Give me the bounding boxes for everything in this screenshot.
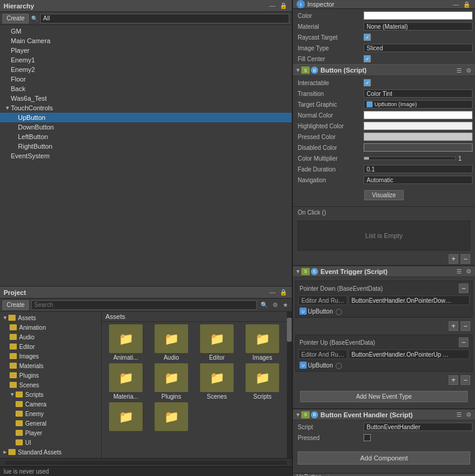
file-cell-audio[interactable]: 📁 Audio: [150, 324, 193, 361]
pointer-up-remove-button[interactable]: −: [459, 338, 468, 347]
file-cell-plugins[interactable]: 📁 Plugins: [150, 363, 193, 400]
interactable-checkbox[interactable]: ✓: [364, 79, 371, 86]
hierarchy-item-downbutton[interactable]: DownButton: [0, 122, 292, 132]
folder-item-player[interactable]: Player: [0, 428, 101, 438]
project-star-icon[interactable]: ★: [282, 301, 289, 309]
hierarchy-item-enemy1[interactable]: Enemy1: [0, 55, 292, 65]
raycast-target-checkbox[interactable]: ✓: [364, 34, 371, 41]
project-search-input[interactable]: [31, 300, 257, 310]
file-cell-editor[interactable]: 📁 Editor: [195, 324, 238, 361]
hierarchy-search-input[interactable]: [40, 14, 289, 23]
hierarchy-item-floor[interactable]: Floor: [0, 74, 292, 84]
hierarchy-item-enemy2[interactable]: Enemy2: [0, 65, 292, 74]
hierarchy-lock-icon[interactable]: 🔒: [279, 2, 288, 10]
project-scrollbar[interactable]: [287, 312, 292, 458]
slider-fill: [364, 157, 369, 159]
add-new-event-button[interactable]: Add New Event Type: [300, 391, 468, 402]
folder-item-editor[interactable]: Editor: [0, 342, 101, 351]
disabled-color-swatch[interactable]: [364, 143, 473, 152]
hierarchy-item-rightbutton[interactable]: RightButton: [0, 141, 292, 151]
add-component-button[interactable]: Add Component: [298, 451, 470, 465]
hierarchy-item-back[interactable]: Back: [0, 84, 292, 94]
pressed-color-swatch[interactable]: [364, 132, 473, 141]
tree-expand-arrow: ▼: [5, 103, 11, 113]
folder-label: Scenes: [19, 382, 39, 388]
hierarchy-item-maincamera[interactable]: Main Camera: [0, 36, 292, 46]
fade-duration-value[interactable]: 0.1: [364, 165, 473, 173]
on-click-remove-button[interactable]: −: [461, 254, 470, 264]
button-event-handler-section-header[interactable]: ▼ S B Button Event Handler (Script) ☰ ⚙: [293, 408, 475, 420]
pointer-down-header: Pointer Down (BaseEventData) −: [297, 282, 471, 294]
pressed-checkbox[interactable]: [364, 434, 371, 441]
pointer-up-add-button[interactable]: +: [449, 375, 458, 385]
beh-section-settings-icon[interactable]: ☰: [455, 411, 463, 418]
file-cell-images[interactable]: 📁 Images: [241, 324, 284, 361]
hierarchy-item-gm[interactable]: GM: [0, 26, 292, 36]
folder-item-scenes[interactable]: Scenes: [0, 380, 101, 390]
folder-item-materials[interactable]: Materials: [0, 361, 101, 370]
hierarchy-create-button[interactable]: Create: [2, 14, 29, 23]
prop-transition: Transition Color Tint: [293, 88, 475, 99]
inspector-minimize-icon[interactable]: —: [452, 1, 460, 8]
color-multiplier-slider[interactable]: [364, 156, 456, 160]
inspector-lock-icon[interactable]: 🔒: [462, 1, 471, 8]
zoom-slider[interactable]: [5, 461, 287, 465]
folder-item-scripts[interactable]: ▼ Scripts: [0, 390, 101, 399]
hierarchy-item-player[interactable]: Player: [0, 46, 292, 55]
file-cell-animation[interactable]: 📁 Animati...: [104, 324, 147, 361]
pointer-down-remove2-button[interactable]: −: [461, 321, 470, 331]
hierarchy-item-upbutton[interactable]: UpButton: [0, 113, 292, 122]
highlighted-color-swatch[interactable]: [364, 122, 473, 130]
file-cell-extra1[interactable]: 📁: [104, 402, 147, 432]
visualize-button[interactable]: Visualize: [364, 190, 404, 200]
project-search-icon[interactable]: 🔍: [259, 301, 269, 309]
folder-item-plugins[interactable]: Plugins: [0, 370, 101, 380]
folder-item-ui[interactable]: UI: [0, 438, 101, 447]
pointer-up-runtime[interactable]: Editor And Ru…: [298, 350, 347, 359]
hierarchy-item-was6a[interactable]: Was6a_Test: [0, 94, 292, 103]
section-settings-icon[interactable]: ☰: [455, 67, 463, 74]
et-section-settings-icon[interactable]: ☰: [455, 267, 463, 275]
project-lock-icon[interactable]: 🔒: [279, 288, 288, 296]
hierarchy-minimize-icon[interactable]: —: [268, 2, 277, 10]
folder-item-enemy[interactable]: Enemy: [0, 409, 101, 418]
hierarchy-item-eventsystem[interactable]: EventSystem: [0, 151, 292, 161]
folder-icon: [10, 344, 17, 350]
pointer-up-remove2-button[interactable]: −: [461, 375, 470, 385]
navigation-dropdown[interactable]: Automatic: [364, 176, 473, 184]
hierarchy-header: Hierarchy — 🔒: [0, 0, 292, 12]
on-click-add-button[interactable]: +: [449, 254, 458, 264]
folder-item-animation[interactable]: Animation: [0, 323, 101, 332]
folder-item-general[interactable]: General: [0, 418, 101, 428]
project-settings-icon[interactable]: ⚙: [271, 301, 279, 309]
file-cell-extra2[interactable]: 📁: [150, 402, 193, 432]
pointer-down-remove-button[interactable]: −: [459, 284, 468, 293]
project-create-button[interactable]: Create: [2, 300, 29, 310]
prop-normal-color: Normal Color: [293, 110, 475, 120]
transition-dropdown[interactable]: Color Tint: [364, 89, 473, 98]
project-minimize-icon[interactable]: —: [268, 288, 277, 296]
section-gear-icon[interactable]: ⚙: [465, 67, 473, 74]
folder-item-standard-assets[interactable]: ► Standard Assets: [0, 447, 101, 457]
fill-center-checkbox[interactable]: ✓: [364, 55, 371, 62]
hierarchy-item-touchcontrols[interactable]: ▼ TouchControls: [0, 103, 292, 113]
normal-color-swatch[interactable]: [364, 111, 473, 119]
file-cell-scripts[interactable]: 📁 Scripts: [241, 363, 284, 400]
button-script-section-header[interactable]: ▼ S B Button (Script) ☰ ⚙: [293, 64, 475, 76]
folder-item-assets[interactable]: ▼ Assets: [0, 313, 101, 323]
folder-item-camera[interactable]: Camera: [0, 399, 101, 409]
beh-section-gear-icon[interactable]: ⚙: [465, 411, 473, 418]
hierarchy-item-leftbutton[interactable]: LeftButton: [0, 132, 292, 141]
file-cell-materials[interactable]: 📁 Materia...: [104, 363, 147, 400]
folder-item-images[interactable]: Images: [0, 351, 101, 361]
pointer-down-add-button[interactable]: +: [449, 321, 458, 331]
file-cell-scenes[interactable]: 📁 Scenes: [195, 363, 238, 400]
hierarchy-panel: Hierarchy — 🔒 Create 🔍 GM Main Camera Pl…: [0, 0, 292, 287]
color-swatch[interactable]: [364, 11, 473, 20]
pointer-down-runtime[interactable]: Editor And Ru…: [298, 296, 347, 305]
on-click-header: On Click (): [293, 206, 475, 218]
event-trigger-section-header[interactable]: ▼ S E Event Trigger (Script) ☰ ⚙: [293, 265, 475, 277]
folder-item-audio[interactable]: Audio: [0, 332, 101, 342]
et-section-gear-icon[interactable]: ⚙: [465, 267, 473, 275]
pointer-down-ref-circle: ◯: [335, 308, 342, 315]
